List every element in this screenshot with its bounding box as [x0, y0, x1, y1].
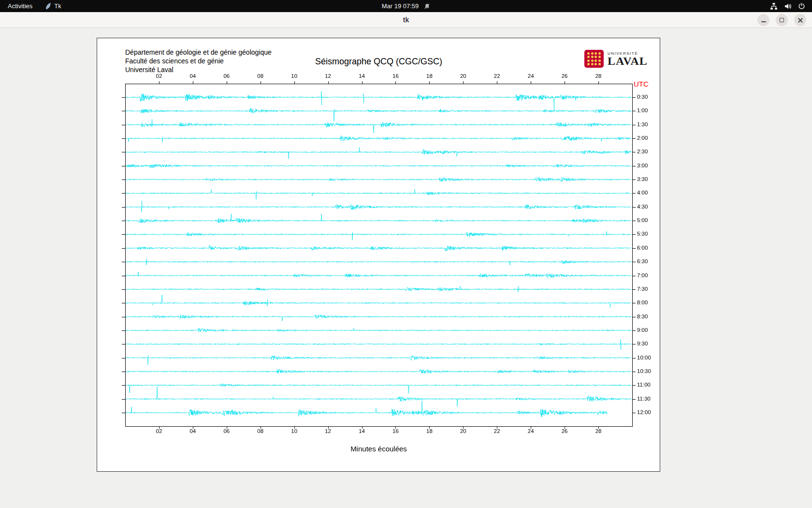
x-tick-label-top: 20 [460, 73, 466, 79]
utc-row-label: 9:30 [637, 341, 648, 346]
x-tick-label-top: 26 [562, 73, 568, 79]
clock-label: Mar 19 07:59 [382, 2, 419, 10]
x-tick-label-top: 22 [494, 73, 500, 79]
tk-feather-icon [45, 2, 51, 10]
utc-row-label: 7:30 [637, 286, 648, 292]
x-tick-label-bottom: 24 [528, 428, 534, 434]
utc-row-label: 12:00 [637, 409, 651, 415]
gnome-top-bar: Activities Tk Mar 19 07:59 [0, 0, 812, 12]
system-status-area[interactable] [770, 0, 812, 12]
x-tick-label-bottom: 12 [325, 428, 331, 434]
utc-row-label: 5:00 [637, 217, 648, 223]
activities-button[interactable]: Activities [8, 0, 32, 12]
x-tick-label-top: 02 [156, 73, 162, 79]
x-tick-label-bottom: 16 [392, 428, 399, 434]
x-tick-label-top: 14 [359, 73, 365, 79]
x-tick-label-bottom: 06 [223, 428, 230, 434]
activities-label: Activities [8, 2, 32, 10]
seismograph-window: Département de géologie et de génie géol… [97, 38, 660, 472]
utc-row-label: 2:30 [637, 149, 648, 154]
x-tick-label-bottom: 28 [595, 428, 602, 434]
utc-row-label: 4:00 [637, 190, 648, 195]
x-tick-label-top: 18 [426, 73, 433, 79]
utc-row-label: 10:30 [637, 368, 651, 374]
utc-row-label: 7:00 [637, 272, 648, 278]
x-tick-label-top: 16 [392, 73, 399, 79]
utc-row-label: 3:00 [637, 163, 648, 168]
x-tick-label-bottom: 22 [494, 428, 500, 434]
utc-row-label: 1:00 [637, 107, 648, 113]
x-tick-label-bottom: 02 [156, 428, 162, 434]
utc-row-label: 8:00 [637, 299, 648, 305]
utc-row-label: 11:00 [637, 382, 651, 388]
x-tick-label-bottom: 04 [189, 428, 196, 434]
app-indicator[interactable]: Tk [45, 0, 61, 12]
x-tick-label-top: 08 [257, 73, 263, 79]
app-background: Département de géologie et de génie géol… [0, 28, 812, 508]
close-button[interactable] [794, 14, 806, 26]
x-tick-label-top: 24 [528, 73, 534, 79]
x-tick-label-bottom: 26 [562, 428, 568, 434]
x-tick-label-bottom: 08 [257, 428, 263, 434]
utc-row-label: 6:00 [637, 245, 648, 251]
clock-button[interactable]: Mar 19 07:59 [382, 0, 419, 12]
utc-row-label: 5:30 [637, 231, 648, 237]
utc-row-label: 3:30 [637, 176, 648, 182]
x-tick-label-top: 10 [291, 73, 297, 79]
seismograph-canvas [97, 38, 661, 472]
x-tick-label-top: 28 [595, 73, 602, 79]
minimize-button[interactable] [757, 14, 769, 26]
utc-row-label: 9:00 [637, 327, 648, 333]
x-tick-label-top: 06 [223, 73, 230, 79]
window-titlebar[interactable]: tk [0, 12, 812, 28]
x-tick-label-top: 04 [189, 73, 196, 79]
utc-row-label: 2:00 [637, 135, 648, 141]
x-tick-label-bottom: 10 [291, 428, 297, 434]
app-indicator-label: Tk [54, 2, 61, 10]
maximize-button[interactable] [776, 14, 788, 26]
utc-row-label: 4:30 [637, 204, 648, 209]
utc-row-label: 0:30 [637, 94, 648, 100]
x-tick-label-bottom: 20 [460, 428, 466, 434]
minimize-icon [761, 21, 766, 22]
x-axis-title: Minutes écoulées [125, 445, 632, 453]
utc-row-label: 11:30 [637, 396, 651, 402]
x-tick-label-bottom: 18 [426, 428, 433, 434]
utc-row-label: 6:30 [637, 258, 648, 264]
maximize-icon [780, 18, 784, 22]
utc-row-label: 1:30 [637, 121, 648, 127]
utc-row-label: 8:30 [637, 314, 648, 319]
window-title: tk [403, 16, 409, 24]
close-icon [798, 17, 803, 23]
volume-icon [784, 2, 792, 10]
notifications-muted-icon [423, 3, 430, 10]
x-tick-label-top: 12 [325, 73, 331, 79]
power-icon [798, 2, 805, 10]
x-tick-label-bottom: 14 [359, 428, 365, 434]
utc-axis-label: UTC [634, 80, 649, 88]
utc-row-label: 10:00 [637, 355, 651, 360]
network-icon [770, 2, 778, 10]
